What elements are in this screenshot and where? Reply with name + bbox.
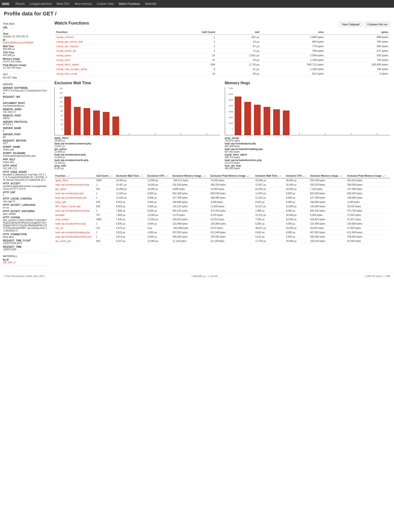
data-table-cell: 1 — [95, 183, 115, 187]
data-table-cell: 245 — [95, 200, 115, 204]
nav-link-longest-wall-time[interactable]: Longest wall time — [27, 1, 54, 6]
data-table-cell: 8,000 µs — [285, 200, 309, 204]
nav-link-most-cpu[interactable]: Most CPU — [54, 1, 72, 6]
data-table-cell: 8,000 µs — [147, 196, 172, 200]
watch-table-cell: 1,710 µs — [217, 62, 261, 67]
watch-table-cell: 1 — [163, 44, 217, 49]
watch-table-cell[interactable]: mysql_query — [54, 53, 163, 58]
data-table-cell[interactable]: WP_Object_Cache::get — [54, 204, 95, 209]
watch-table-cell[interactable]: mysql_error — [54, 58, 163, 62]
data-table-cell: 186,080 bytes — [210, 196, 254, 200]
sidebar: THIS RUNURL/TimeOctober 18, 2013 05:14ID… — [0, 19, 51, 270]
data-table-cell[interactable]: get_option — [54, 187, 95, 191]
watch-table-cell[interactable]: mysql_real_escape_string — [54, 67, 163, 71]
nav-link-most-memory[interactable]: Most memory — [72, 1, 95, 6]
data-table-header[interactable]: Exclusive Memory Usage ▲▼ — [172, 174, 210, 178]
data-table-cell: 7,896 µs — [254, 209, 285, 213]
watch-table-cell: 41 µs — [217, 67, 261, 71]
watch-table-cell[interactable]: mysql_set_charset — [54, 44, 163, 49]
nav-link-waterfall[interactable]: Waterfall — [142, 1, 159, 6]
data-table-cell: 5,818 µs — [254, 230, 285, 235]
data-table-cell[interactable]: wp_cache_get — [54, 239, 95, 243]
data-table-cell: 156,680 bytes — [309, 200, 346, 204]
data-table-cell[interactable]: esc_url — [54, 226, 95, 230]
watch-table-row: mysql_get_server_info214 µs864 bytes784 … — [54, 39, 390, 44]
sidebar-field-value: max-age=0 — [3, 200, 47, 203]
data-table-cell: 378,920 bytes — [346, 235, 390, 239]
data-table-cell: 5,514 µs — [115, 235, 147, 239]
watch-table-cell: 1,336 bytes — [261, 67, 326, 71]
watch-table-row: mysql_set_charset197 µs776 bytes584 byte… — [54, 44, 390, 49]
data-table-cell: 666,536 bytes — [210, 191, 254, 196]
data-table-cell: 292,528 bytes — [172, 183, 210, 187]
data-table-cell[interactable]: load::wp-includes/deprecated.php — [54, 235, 95, 239]
data-table-header[interactable]: Inclusive Memory Usage ▲▼ — [309, 174, 346, 178]
sort-icon: ▲▼ — [66, 175, 70, 177]
nav-link-recent[interactable]: Recent — [13, 1, 27, 6]
watch-table-cell: 584 bytes — [326, 44, 390, 49]
data-table-cell: 611,048 bytes — [346, 230, 390, 235]
data-table-cell[interactable]: preg_split — [54, 200, 95, 204]
data-table-cell[interactable]: load::wp-includes/comment.php — [54, 183, 95, 187]
data-table-cell: 4,000 µs — [285, 235, 309, 239]
watch-functions-title: Watch Functions — [54, 21, 89, 26]
sidebar-field-label: HTTP_DNT — [3, 191, 47, 194]
data-table-cell[interactable]: preg_replace — [54, 217, 95, 222]
data-table-header[interactable]: Exclusive Wall Time ▲▼ — [115, 174, 147, 178]
data-table-cell[interactable]: load::wp-includes/theme.php — [54, 222, 95, 226]
sidebar-field-value: 14,671,912 bytes — [3, 60, 47, 63]
data-table-cell: 7,636 µs — [115, 217, 147, 222]
data-table-cell[interactable]: load::wp-includes/post.php — [54, 191, 95, 196]
data-table-header[interactable]: Function ▲▼ — [54, 174, 95, 178]
data-table-cell[interactable]: translate — [54, 213, 95, 217]
sidebar-field-label: Peak Memory Usage — [3, 64, 47, 66]
data-table-header[interactable]: Exclusive Peak Memory Usage ▲▼ — [210, 174, 254, 178]
data-table-cell[interactable]: apply_filters — [54, 178, 95, 183]
data-table-header[interactable]: Inclusive CPU ▲▼ — [285, 174, 309, 178]
data-table-cell: 707 — [95, 213, 115, 217]
data-table-row: wp_cache_get8185,227 µs12,000 µs11,136 b… — [54, 239, 390, 243]
watch-table-cell[interactable]: mysql_free_result — [54, 71, 163, 76]
data-table-row: load::wp-includes/deprecated.php15,514 µ… — [54, 235, 390, 239]
footer-unit2: 1,048,576 bytes = 1 MB — [365, 275, 390, 278]
watch-table-cell: 1,248 bytes — [261, 58, 326, 62]
watch-table-cell[interactable]: mysql_select_db — [54, 49, 163, 53]
data-table-header[interactable]: Exclusive CPU ▲▼ — [147, 174, 172, 178]
watch-table-cell[interactable]: mysql_get_server_info — [54, 39, 163, 44]
data-table-header[interactable]: Call Count ▲▼ — [95, 174, 115, 178]
data-table-cell: 351 — [95, 187, 115, 191]
data-table-cell: 223,496 bytes — [172, 222, 210, 226]
data-table-cell: 102,312 bytes — [172, 204, 210, 209]
watch-table-cell: 720 bytes — [326, 58, 390, 62]
data-table-cell: -443,408 bytes — [172, 226, 210, 230]
watch-table-cell[interactable]: mysql_connect — [54, 35, 163, 39]
data-table-cell[interactable]: load::wp-includes/formatting.php — [54, 230, 95, 235]
data-table-cell: 3,176 bytes — [172, 213, 210, 217]
chart-bar — [235, 97, 241, 135]
compare-run-button[interactable]: Compare this run — [365, 22, 390, 27]
data-table-header[interactable]: Inclusive Peak Memory Usage ▲▼ — [346, 174, 390, 178]
sort-icon: ▲▼ — [246, 175, 250, 177]
data-table-cell: 27,832 bytes — [346, 213, 390, 217]
nav-link-watch-functions[interactable]: Watch Functions — [116, 1, 142, 6]
data-table-cell: 57,824 bytes — [346, 226, 390, 230]
footer-copyright: © Paul Reinheimer & Mark Story 2012 — [4, 275, 45, 278]
data-table-cell: 24,000 µs — [285, 226, 309, 230]
watch-table-cell[interactable]: mysql_fetch_object — [54, 62, 163, 67]
nav-link-custom-view[interactable]: Custom View — [94, 1, 116, 6]
sidebar-field-label: Wall Time — [3, 45, 47, 48]
exclusive-wall-time-chart: Exclusive Wall Time 18k16k14k12k10k8k6k4… — [54, 81, 220, 170]
data-table-cell: 16,000 µs — [285, 183, 309, 187]
data-table-cell[interactable]: load::wp-includes/taxonomy.php — [54, 209, 95, 213]
view-callgraph-button[interactable]: View Callgraph — [339, 22, 362, 27]
data-table-cell[interactable]: load::wp-includes/rewrite.php — [54, 196, 95, 200]
sidebar-field-label: By IP — [3, 259, 47, 261]
sidebar-field-value: 5260c39966e7acc07000009 — [3, 41, 47, 44]
data-table-cell: 227,768 bytes — [172, 196, 210, 200]
sidebar-section-label: THIS RUN — [3, 23, 47, 25]
data-table-cell: 1 — [95, 222, 115, 226]
data-table-row: preg_replace18007,636 µs12,000 µs426,824… — [54, 217, 390, 222]
data-table-cell: 13,407 µs — [254, 183, 285, 187]
data-table-header[interactable]: Inclusive Wall Time ▲▼ — [254, 174, 285, 178]
sidebar-field-label: PHP_SELF — [3, 158, 47, 161]
